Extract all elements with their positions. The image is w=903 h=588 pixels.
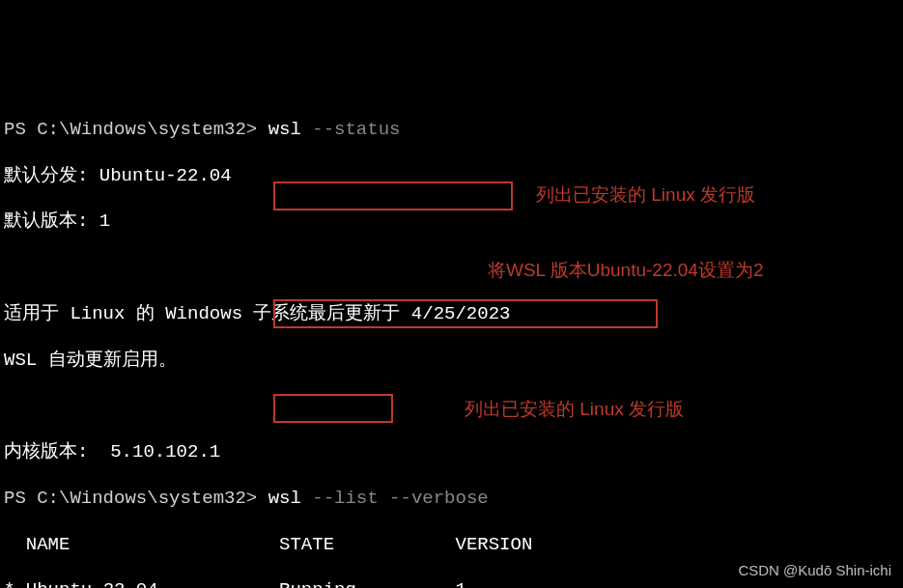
table-row: * Ubuntu-22.04 Running 1 bbox=[4, 579, 899, 588]
output-line: 默认分发: Ubuntu-22.04 bbox=[4, 165, 899, 188]
blank-line bbox=[4, 395, 899, 418]
output-line: 内核版本: 5.10.102.1 bbox=[4, 441, 899, 464]
output-line: 默认版本: 1 bbox=[4, 210, 899, 234]
output-line: WSL 自动更新启用。 bbox=[4, 350, 899, 373]
terminal-window[interactable]: PS C:\Windows\system32> wsl --status 默认分… bbox=[4, 96, 899, 588]
table-header: NAME STATE VERSION bbox=[4, 534, 899, 557]
annotation-text: 将WSL 版本Ubuntu-22.04设置为2 bbox=[488, 259, 763, 282]
ps-prompt: PS C:\Windows\system32> bbox=[4, 488, 268, 509]
cmd-args: --status bbox=[312, 119, 400, 140]
ps-prompt: PS C:\Windows\system32> bbox=[4, 119, 268, 140]
blank-line bbox=[4, 257, 899, 280]
output-line: 适用于 Linux 的 Windows 子系统最后更新于 4/25/2023 bbox=[4, 303, 899, 326]
cmd-wsl: wsl bbox=[268, 488, 313, 509]
cmd-wsl: wsl bbox=[268, 119, 313, 140]
annotation-text: 列出已安装的 Linux 发行版 bbox=[465, 398, 684, 421]
annotation-text: 列出已安装的 Linux 发行版 bbox=[536, 183, 755, 207]
cmd-args: --list --verbose bbox=[312, 488, 488, 509]
watermark: CSDN @Kudō Shin-ichi bbox=[738, 562, 891, 580]
